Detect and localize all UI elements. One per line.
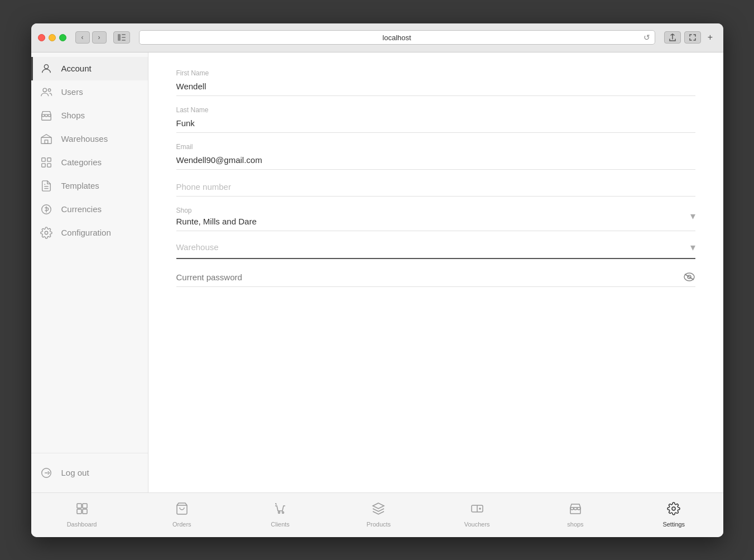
last-name-group: Last Name	[176, 106, 695, 133]
warehouses-label: Warehouses	[61, 134, 108, 143]
svg-rect-9	[45, 140, 48, 143]
first-name-input[interactable]	[176, 79, 695, 96]
warehouse-dropdown-arrow[interactable]: ▾	[690, 241, 695, 253]
shop-dropdown-arrow[interactable]: ▾	[690, 210, 695, 222]
new-tab-button[interactable]: +	[704, 31, 717, 44]
warehouses-icon	[40, 133, 52, 145]
sidebar-item-users[interactable]: Users	[31, 80, 148, 104]
email-group: Email	[176, 143, 695, 170]
title-bar-actions: +	[664, 31, 717, 44]
configuration-label: Configuration	[61, 228, 111, 237]
svg-point-28	[282, 512, 284, 514]
tab-settings[interactable]: Settings	[651, 497, 696, 532]
sidebar-nav: Account Users	[31, 52, 148, 453]
sidebar-item-categories[interactable]: Categories	[31, 151, 148, 174]
svg-rect-13	[47, 163, 50, 166]
phone-input[interactable]	[176, 180, 695, 197]
svg-rect-10	[41, 157, 45, 161]
tab-orders[interactable]: Orders	[160, 497, 204, 532]
minimize-button[interactable]	[49, 34, 56, 41]
tab-products[interactable]: Products	[356, 497, 401, 532]
forward-button[interactable]: ›	[92, 31, 107, 44]
products-tab-label: Products	[367, 521, 391, 528]
svg-rect-22	[77, 504, 81, 508]
svg-rect-8	[41, 137, 51, 143]
fullscreen-button[interactable]	[684, 31, 701, 44]
title-bar: ‹ › localhost ↺	[31, 23, 723, 52]
logout-label: Log out	[61, 468, 89, 477]
settings-tab-label: Settings	[662, 521, 685, 528]
logout-button[interactable]: Log out	[40, 462, 139, 484]
first-name-row: First Name	[176, 69, 695, 96]
svg-point-33	[672, 507, 675, 510]
nav-buttons: ‹ ›	[75, 31, 107, 44]
tab-vouchers[interactable]: Vouchers	[455, 497, 500, 532]
password-toggle-button[interactable]	[683, 272, 695, 281]
maximize-button[interactable]	[59, 34, 66, 41]
browser-window: ‹ › localhost ↺	[31, 23, 723, 537]
vouchers-tab-label: Vouchers	[464, 521, 490, 528]
tab-shops[interactable]: shops	[553, 497, 598, 532]
templates-label: Templates	[61, 181, 99, 190]
email-input[interactable]	[176, 153, 695, 170]
shop-label: Shop	[176, 207, 690, 214]
sidebar-toggle-button[interactable]	[113, 31, 130, 44]
shops-label: Shops	[61, 111, 85, 120]
products-icon	[372, 502, 385, 519]
clients-icon	[273, 502, 287, 519]
share-button[interactable]	[664, 31, 681, 44]
last-name-row: Last Name	[176, 106, 695, 133]
svg-rect-3	[122, 40, 126, 41]
sidebar-logout: Log out	[31, 453, 148, 492]
warehouse-label: Warehouse	[176, 242, 690, 252]
svg-point-4	[44, 64, 48, 68]
sidebar-item-currencies[interactable]: Currencies	[31, 198, 148, 221]
settings-icon	[667, 502, 680, 519]
shop-select-wrapper: Shop Runte, Mills and Dare	[176, 207, 690, 226]
categories-icon	[40, 156, 52, 169]
svg-rect-24	[77, 509, 81, 514]
configuration-icon	[40, 227, 52, 239]
svg-point-5	[43, 88, 46, 92]
currencies-label: Currencies	[61, 204, 102, 214]
url-bar[interactable]: localhost ↺	[139, 30, 655, 45]
first-name-group: First Name	[176, 69, 695, 96]
traffic-lights	[38, 34, 66, 41]
svg-rect-0	[118, 34, 121, 41]
email-label: Email	[176, 143, 695, 151]
warehouse-select-row[interactable]: Warehouse ▾	[176, 241, 695, 259]
sidebar-item-account[interactable]: Account	[31, 57, 148, 80]
clients-tab-label: Clients	[271, 521, 290, 528]
content-area: First Name Last Name Email	[148, 52, 723, 492]
dashboard-icon	[75, 502, 89, 519]
password-row	[176, 272, 695, 287]
svg-rect-23	[83, 504, 87, 508]
orders-icon	[175, 502, 189, 519]
last-name-label: Last Name	[176, 106, 695, 114]
orders-tab-label: Orders	[172, 521, 191, 528]
reload-icon[interactable]: ↺	[643, 33, 650, 42]
back-button[interactable]: ‹	[75, 31, 90, 44]
svg-rect-2	[122, 37, 126, 38]
svg-rect-11	[47, 157, 50, 161]
tab-dashboard[interactable]: Dashboard	[58, 497, 106, 532]
sidebar-item-templates[interactable]: Templates	[31, 174, 148, 198]
shops-icon	[40, 109, 52, 122]
shop-select-row[interactable]: Shop Runte, Mills and Dare ▾	[176, 207, 695, 231]
password-input[interactable]	[176, 272, 683, 282]
close-button[interactable]	[38, 34, 45, 41]
sidebar-item-shops[interactable]: Shops	[31, 104, 148, 127]
vouchers-icon	[470, 502, 484, 519]
email-row: Email	[176, 143, 695, 170]
sidebar-item-configuration[interactable]: Configuration	[31, 221, 148, 245]
svg-rect-12	[41, 163, 45, 166]
tab-clients[interactable]: Clients	[258, 497, 302, 532]
shop-value: Runte, Mills and Dare	[176, 217, 690, 226]
last-name-input[interactable]	[176, 116, 695, 133]
sidebar-item-warehouses[interactable]: Warehouses	[31, 127, 148, 151]
bottom-tab-bar: Dashboard Orders	[31, 492, 723, 537]
svg-point-17	[45, 231, 48, 234]
shops-bottom-tab-label: shops	[567, 521, 583, 528]
logout-icon	[40, 467, 52, 479]
users-label: Users	[61, 87, 83, 97]
